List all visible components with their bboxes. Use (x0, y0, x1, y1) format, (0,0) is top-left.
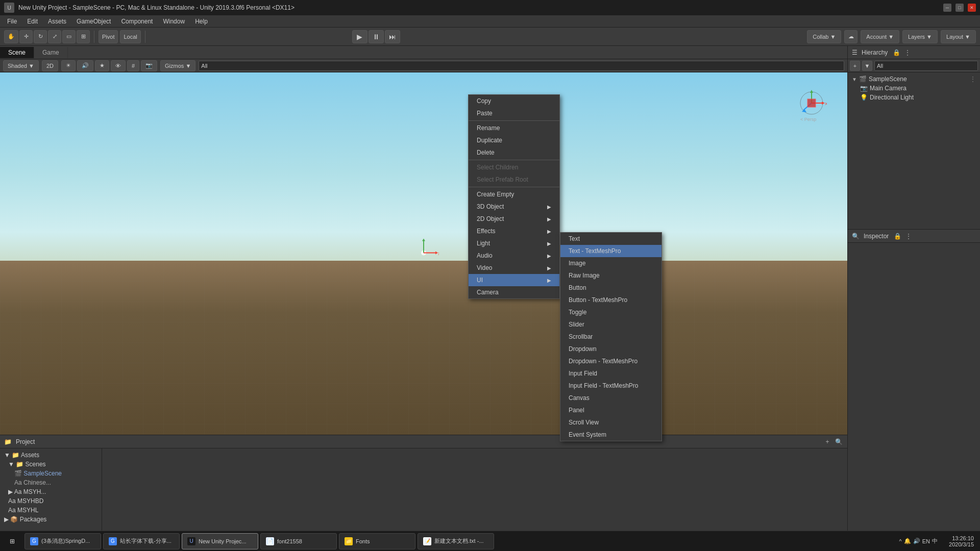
camera-button[interactable]: 📷 (141, 60, 157, 71)
layers-button[interactable]: Layers ▼ (902, 30, 938, 43)
audio-button[interactable]: 🔊 (77, 60, 93, 71)
hierarchy-search[interactable] (874, 61, 978, 71)
inspector-more[interactable]: ⋮ (904, 232, 913, 241)
start-button[interactable]: ⊞ (2, 533, 22, 549)
maximize-button[interactable]: □ (955, 4, 964, 12)
scene-visibility[interactable]: 👁 (111, 60, 126, 71)
sub-canvas[interactable]: Canvas (560, 392, 662, 404)
tab-game[interactable]: Game (34, 47, 68, 58)
ctx-paste[interactable]: Paste (469, 107, 559, 119)
sub-button-textmeshpro[interactable]: Button - TextMeshPro (560, 294, 662, 306)
collab-button[interactable]: Collab ▼ (807, 30, 841, 43)
hier-main-camera[interactable]: 📷 Main Camera (848, 84, 980, 93)
shading-dropdown[interactable]: Shaded ▼ (3, 60, 39, 71)
menu-gameobject[interactable]: GameObject (71, 17, 116, 26)
ctx-light[interactable]: Light ▶ (469, 237, 559, 249)
hierarchy-menu[interactable]: ▼ (862, 61, 872, 71)
sub-image[interactable]: Image (560, 257, 662, 269)
ctx-audio[interactable]: Audio ▶ (469, 249, 559, 262)
project-search-button[interactable]: 🔍 (834, 437, 843, 446)
proj-samplescene[interactable]: 🎬 SampleScene (0, 469, 102, 478)
layout-button[interactable]: Layout ▼ (941, 30, 976, 43)
step-button[interactable]: ⏭ (385, 30, 400, 43)
ctx-ui[interactable]: UI ▶ (469, 274, 559, 286)
project-add-button[interactable]: + (823, 437, 832, 446)
menu-assets[interactable]: Assets (43, 17, 71, 26)
sub-text[interactable]: Text (560, 233, 662, 245)
play-button[interactable]: ▶ (352, 30, 368, 43)
ctx-create-empty[interactable]: Create Empty (469, 188, 559, 201)
sub-text-textmeshpro[interactable]: Text - TextMeshPro (560, 245, 662, 257)
ctx-copy[interactable]: Copy (469, 95, 559, 107)
sub-scrollbar[interactable]: Scrollbar (560, 331, 662, 343)
menu-file[interactable]: File (2, 17, 22, 26)
ctx-effects[interactable]: Effects ▶ (469, 225, 559, 237)
menu-edit[interactable]: Edit (22, 17, 43, 26)
sub-button[interactable]: Button (560, 282, 662, 294)
ctx-delete[interactable]: Delete (469, 146, 559, 159)
hierarchy-add[interactable]: + (850, 61, 860, 71)
proj-assets[interactable]: ▼ 📁 Assets (0, 450, 102, 460)
taskbar-item-2[interactable]: U New Unity Projec... (182, 533, 258, 549)
taskbar-wifi[interactable]: 🔔 (904, 538, 911, 544)
move-tool[interactable]: ✛ (19, 30, 33, 43)
sub-input-field[interactable]: Input Field (560, 367, 662, 380)
lighting-button[interactable]: ☀ (61, 60, 76, 71)
inspector-lock[interactable]: 🔒 (893, 232, 902, 241)
sub-toggle[interactable]: Toggle (560, 306, 662, 318)
sub-dropdown-textmeshpro[interactable]: Dropdown - TextMeshPro (560, 355, 662, 367)
proj-msyh[interactable]: ▶ Aa MSYH... (0, 487, 102, 496)
effects-button[interactable]: ★ (95, 60, 109, 71)
scene-more[interactable]: ⋮ (970, 76, 976, 83)
minimize-button[interactable]: ─ (943, 4, 951, 12)
cloud-button[interactable]: ☁ (844, 30, 857, 43)
proj-scenes[interactable]: ▼ 📁 Scenes (0, 460, 102, 469)
menu-window[interactable]: Window (158, 17, 190, 26)
hierarchy-lock[interactable]: 🔒 (892, 48, 901, 57)
taskbar-lang-en[interactable]: EN (922, 538, 930, 544)
taskbar-caret[interactable]: ^ (899, 538, 902, 544)
proj-chinese[interactable]: Aa Chinese... (0, 478, 102, 487)
taskbar-item-5[interactable]: 📝 新建文本文档.txt -... (418, 533, 494, 549)
taskbar-lang-cn[interactable]: 中 (932, 537, 938, 545)
sub-dropdown[interactable]: Dropdown (560, 343, 662, 355)
menu-component[interactable]: Component (116, 17, 158, 26)
rotate-tool[interactable]: ↻ (34, 30, 47, 43)
proj-msyhbd[interactable]: Aa MSYHBD (0, 496, 102, 506)
ctx-rename[interactable]: Rename (469, 122, 559, 134)
rect-tool[interactable]: ▭ (62, 30, 76, 43)
gizmos-dropdown[interactable]: Gizmos ▼ (160, 60, 195, 71)
local-button[interactable]: Local (120, 30, 140, 43)
hand-tool[interactable]: ✋ (4, 30, 18, 43)
taskbar-item-4[interactable]: 📁 Fonts (339, 533, 415, 549)
proj-packages[interactable]: ▶ 📦 Packages (0, 515, 102, 524)
scale-tool[interactable]: ⤢ (48, 30, 61, 43)
tab-scene[interactable]: Scene (0, 47, 34, 58)
grid-button[interactable]: # (127, 60, 139, 71)
pause-button[interactable]: ⏸ (369, 30, 384, 43)
taskbar-item-1[interactable]: G 站长字体下载-分享... (103, 533, 180, 549)
proj-msyhl[interactable]: Aa MSYHL (0, 506, 102, 515)
sub-event-system[interactable]: Event System (560, 429, 662, 441)
sub-panel[interactable]: Panel (560, 404, 662, 416)
ctx-2d-object[interactable]: 2D Object ▶ (469, 213, 559, 225)
sub-slider[interactable]: Slider (560, 318, 662, 331)
hier-samplescene[interactable]: ▼ 🎬 SampleScene ⋮ (848, 74, 980, 84)
sub-input-field-textmeshpro[interactable]: Input Field - TextMeshPro (560, 380, 662, 392)
taskbar-item-3[interactable]: 📄 font21558 (260, 533, 337, 549)
taskbar-item-0[interactable]: G (3条消息)SpringD... (24, 533, 101, 549)
ctx-duplicate[interactable]: Duplicate (469, 134, 559, 146)
hier-dir-light[interactable]: 💡 Directional Light (848, 93, 980, 102)
ctx-video[interactable]: Video ▶ (469, 262, 559, 274)
viewport-search[interactable] (199, 61, 844, 71)
hierarchy-more[interactable]: ⋮ (903, 48, 912, 57)
menu-help[interactable]: Help (190, 17, 213, 26)
ctx-camera[interactable]: Camera (469, 286, 559, 298)
combined-tool[interactable]: ⊞ (77, 30, 90, 43)
account-button[interactable]: Account ▼ (861, 30, 899, 43)
2d-button[interactable]: 2D (42, 60, 58, 71)
pivot-button[interactable]: Pivot (99, 30, 118, 43)
sub-scroll-view[interactable]: Scroll View (560, 416, 662, 429)
taskbar-volume[interactable]: 🔊 (913, 538, 920, 544)
sub-raw-image[interactable]: Raw Image (560, 269, 662, 282)
